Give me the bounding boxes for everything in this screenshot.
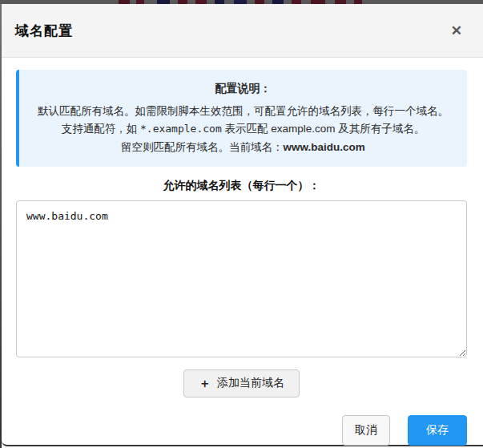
modal-header: 域名配置 ✕ — [2, 4, 483, 58]
info-heading: 配置说明： — [30, 79, 456, 98]
add-current-domain-label: 添加当前域名 — [217, 376, 284, 390]
save-button[interactable]: 保存 — [408, 415, 467, 446]
info-line-2-suffix: 表示匹配 example.com 及其所有子域名。 — [222, 123, 425, 135]
info-line-2: 支持通配符，如 *.example.com 表示匹配 example.com 及… — [30, 120, 456, 138]
info-line-3: 留空则匹配所有域名。当前域名：www.baidu.com — [30, 139, 456, 156]
modal-title: 域名配置 — [15, 22, 73, 40]
cancel-button[interactable]: 取消 — [342, 415, 390, 446]
config-info-box: 配置说明： 默认匹配所有域名。如需限制脚本生效范围，可配置允许的域名列表，每行一… — [16, 70, 467, 167]
domain-config-modal: 域名配置 ✕ 配置说明： 默认匹配所有域名。如需限制脚本生效范围，可配置允许的域… — [2, 4, 483, 446]
domain-list-label: 允许的域名列表（每行一个）： — [16, 179, 467, 193]
add-current-domain-row: ＋ 添加当前域名 — [16, 369, 467, 398]
info-line-2-prefix: 支持通配符，如 — [62, 123, 140, 135]
domain-list-textarea[interactable]: www.baidu.com — [16, 200, 467, 357]
modal-body: 配置说明： 默认匹配所有域名。如需限制脚本生效范围，可配置允许的域名列表，每行一… — [2, 58, 483, 446]
wildcard-pattern: *.example.com — [140, 123, 222, 135]
info-line-3-prefix: 留空则匹配所有域名。当前域名： — [121, 141, 284, 153]
current-domain-value: www.baidu.com — [284, 141, 365, 153]
close-icon[interactable]: ✕ — [448, 22, 465, 39]
modal-footer: 取消 保存 — [16, 415, 467, 446]
plus-icon: ＋ — [199, 376, 211, 391]
info-line-1: 默认匹配所有域名。如需限制脚本生效范围，可配置允许的域名列表，每行一个域名。 — [30, 103, 456, 120]
add-current-domain-button[interactable]: ＋ 添加当前域名 — [183, 369, 300, 398]
